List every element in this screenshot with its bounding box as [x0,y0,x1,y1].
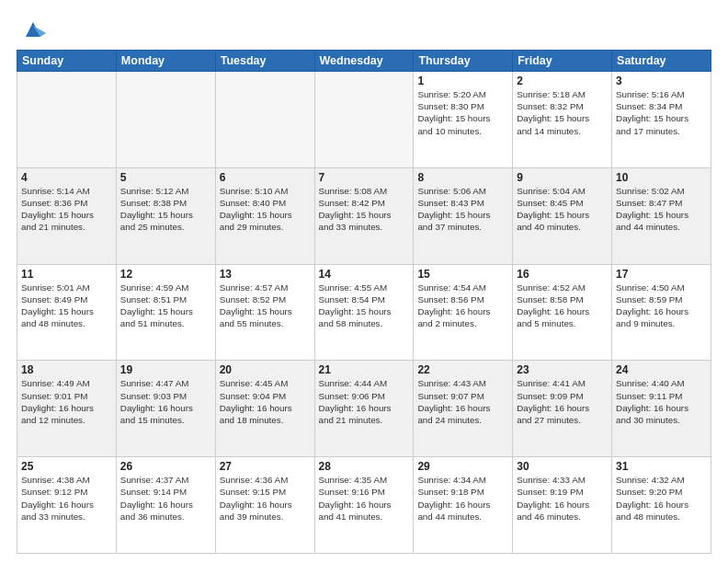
week-row-3: 11Sunrise: 5:01 AM Sunset: 8:49 PM Dayli… [17,264,711,361]
page: SundayMondayTuesdayWednesdayThursdayFrid… [0,0,728,563]
day-info: Sunrise: 4:43 AM Sunset: 9:07 PM Dayligh… [417,377,508,426]
day-info: Sunrise: 4:37 AM Sunset: 9:14 PM Dayligh… [120,474,211,523]
day-cell: 17Sunrise: 4:50 AM Sunset: 8:59 PM Dayli… [612,264,711,361]
day-cell [17,72,117,168]
week-row-5: 25Sunrise: 4:38 AM Sunset: 9:12 PM Dayli… [17,457,711,554]
day-number: 16 [517,268,608,281]
day-info: Sunrise: 4:54 AM Sunset: 8:56 PM Dayligh… [417,282,508,330]
header [17,15,711,42]
day-cell: 12Sunrise: 4:59 AM Sunset: 8:51 PM Dayli… [116,264,215,361]
week-row-1: 1Sunrise: 5:20 AM Sunset: 8:30 PM Daylig… [17,72,711,168]
day-info: Sunrise: 4:50 AM Sunset: 8:59 PM Dayligh… [616,282,707,330]
day-number: 5 [120,171,211,184]
day-number: 27 [220,460,311,473]
day-cell: 27Sunrise: 4:36 AM Sunset: 9:15 PM Dayli… [215,457,314,554]
weekday-monday: Monday [116,51,215,72]
day-number: 26 [120,460,211,473]
day-number: 29 [417,460,508,473]
day-info: Sunrise: 5:10 AM Sunset: 8:40 PM Dayligh… [220,185,311,234]
day-cell: 6Sunrise: 5:10 AM Sunset: 8:40 PM Daylig… [215,167,314,264]
day-cell: 21Sunrise: 4:44 AM Sunset: 9:06 PM Dayli… [314,361,414,457]
day-number: 9 [517,171,608,184]
day-info: Sunrise: 5:18 AM Sunset: 8:32 PM Dayligh… [517,88,608,137]
day-cell: 31Sunrise: 4:32 AM Sunset: 9:20 PM Dayli… [612,457,711,554]
day-info: Sunrise: 4:34 AM Sunset: 9:18 PM Dayligh… [417,474,508,523]
day-info: Sunrise: 4:59 AM Sunset: 8:51 PM Dayligh… [120,282,211,330]
day-number: 3 [616,75,707,87]
weekday-sunday: Sunday [17,51,117,72]
day-number: 22 [417,363,508,376]
day-number: 19 [120,363,211,376]
day-info: Sunrise: 5:04 AM Sunset: 8:45 PM Dayligh… [517,185,608,234]
day-number: 23 [517,363,608,376]
day-info: Sunrise: 4:32 AM Sunset: 9:20 PM Dayligh… [616,474,707,523]
day-number: 2 [517,75,608,87]
day-cell: 20Sunrise: 4:45 AM Sunset: 9:04 PM Dayli… [215,361,314,457]
day-info: Sunrise: 4:38 AM Sunset: 9:12 PM Dayligh… [21,474,112,523]
day-info: Sunrise: 4:55 AM Sunset: 8:54 PM Dayligh… [319,282,410,330]
day-info: Sunrise: 4:44 AM Sunset: 9:06 PM Dayligh… [319,377,410,426]
day-number: 21 [319,363,410,376]
day-number: 11 [21,268,112,281]
day-cell: 2Sunrise: 5:18 AM Sunset: 8:32 PM Daylig… [513,72,612,168]
day-cell: 7Sunrise: 5:08 AM Sunset: 8:42 PM Daylig… [314,167,414,264]
day-info: Sunrise: 5:02 AM Sunset: 8:47 PM Dayligh… [616,185,707,234]
day-cell: 1Sunrise: 5:20 AM Sunset: 8:30 PM Daylig… [414,72,513,168]
day-number: 17 [616,268,707,281]
day-info: Sunrise: 4:41 AM Sunset: 9:09 PM Dayligh… [517,377,608,426]
day-info: Sunrise: 5:16 AM Sunset: 8:34 PM Dayligh… [616,88,707,137]
day-info: Sunrise: 5:08 AM Sunset: 8:42 PM Dayligh… [319,185,410,234]
day-cell: 26Sunrise: 4:37 AM Sunset: 9:14 PM Dayli… [116,457,215,554]
day-number: 8 [417,171,508,184]
day-number: 4 [21,171,112,184]
day-info: Sunrise: 5:01 AM Sunset: 8:49 PM Dayligh… [21,282,112,330]
day-cell: 18Sunrise: 4:49 AM Sunset: 9:01 PM Dayli… [17,361,117,457]
day-cell: 9Sunrise: 5:04 AM Sunset: 8:45 PM Daylig… [513,167,612,264]
weekday-friday: Friday [513,51,612,72]
day-number: 14 [319,268,410,281]
logo-icon [20,17,46,42]
day-number: 28 [319,460,410,473]
day-info: Sunrise: 4:49 AM Sunset: 9:01 PM Dayligh… [21,377,112,426]
day-info: Sunrise: 4:52 AM Sunset: 8:58 PM Dayligh… [517,282,608,330]
day-number: 7 [319,171,410,184]
day-cell: 22Sunrise: 4:43 AM Sunset: 9:07 PM Dayli… [414,361,513,457]
weekday-wednesday: Wednesday [314,51,414,72]
day-cell: 5Sunrise: 5:12 AM Sunset: 8:38 PM Daylig… [116,167,215,264]
day-cell: 30Sunrise: 4:33 AM Sunset: 9:19 PM Dayli… [513,457,612,554]
day-number: 20 [220,363,311,376]
day-number: 24 [616,363,707,376]
day-number: 12 [120,268,211,281]
day-number: 31 [616,460,707,473]
day-number: 25 [21,460,112,473]
day-cell: 25Sunrise: 4:38 AM Sunset: 9:12 PM Dayli… [17,457,117,554]
day-info: Sunrise: 4:35 AM Sunset: 9:16 PM Dayligh… [319,474,410,523]
day-info: Sunrise: 4:40 AM Sunset: 9:11 PM Dayligh… [616,377,707,426]
day-number: 30 [517,460,608,473]
day-info: Sunrise: 4:45 AM Sunset: 9:04 PM Dayligh… [220,377,311,426]
week-row-4: 18Sunrise: 4:49 AM Sunset: 9:01 PM Dayli… [17,361,711,457]
day-cell [215,72,314,168]
day-cell [314,72,414,168]
day-cell: 11Sunrise: 5:01 AM Sunset: 8:49 PM Dayli… [17,264,117,361]
logo [17,15,46,42]
day-number: 1 [417,75,508,87]
day-info: Sunrise: 4:33 AM Sunset: 9:19 PM Dayligh… [517,474,608,523]
day-cell: 15Sunrise: 4:54 AM Sunset: 8:56 PM Dayli… [414,264,513,361]
day-info: Sunrise: 5:14 AM Sunset: 8:36 PM Dayligh… [21,185,112,234]
day-number: 10 [616,171,707,184]
day-cell: 14Sunrise: 4:55 AM Sunset: 8:54 PM Dayli… [314,264,414,361]
day-info: Sunrise: 5:12 AM Sunset: 8:38 PM Dayligh… [120,185,211,234]
day-info: Sunrise: 4:57 AM Sunset: 8:52 PM Dayligh… [220,282,311,330]
day-cell: 29Sunrise: 4:34 AM Sunset: 9:18 PM Dayli… [414,457,513,554]
day-cell: 13Sunrise: 4:57 AM Sunset: 8:52 PM Dayli… [215,264,314,361]
day-info: Sunrise: 4:36 AM Sunset: 9:15 PM Dayligh… [220,474,311,523]
day-cell: 16Sunrise: 4:52 AM Sunset: 8:58 PM Dayli… [513,264,612,361]
weekday-thursday: Thursday [414,51,513,72]
day-number: 6 [220,171,311,184]
day-cell: 4Sunrise: 5:14 AM Sunset: 8:36 PM Daylig… [17,167,117,264]
day-cell: 28Sunrise: 4:35 AM Sunset: 9:16 PM Dayli… [314,457,414,554]
day-info: Sunrise: 5:06 AM Sunset: 8:43 PM Dayligh… [417,185,508,234]
weekday-header-row: SundayMondayTuesdayWednesdayThursdayFrid… [17,51,711,72]
day-cell: 23Sunrise: 4:41 AM Sunset: 9:09 PM Dayli… [513,361,612,457]
